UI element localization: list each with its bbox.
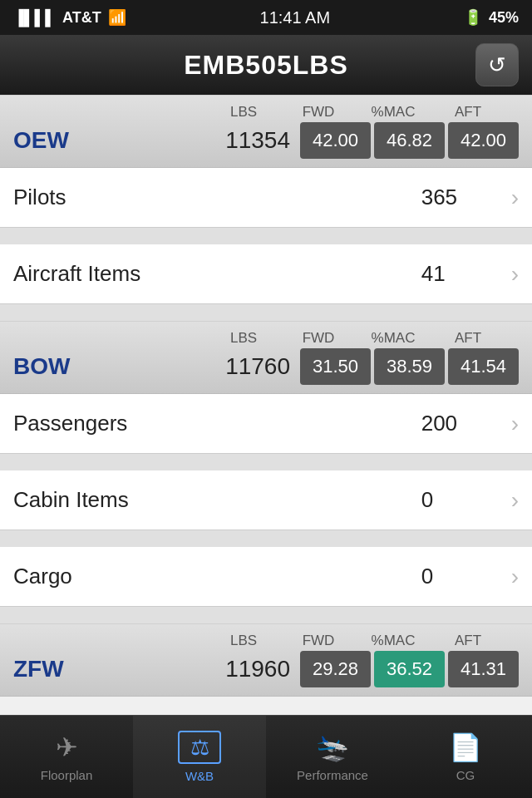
aircraft-items-row[interactable]: Aircraft Items 41 › [0, 244, 532, 304]
zfw-col-pmac: %MAC [356, 633, 431, 649]
zfw-col-fwd: FWD [281, 633, 356, 649]
zfw-aft: 41.31 [448, 651, 519, 687]
separator-1 [0, 228, 532, 244]
oew-data: OEW 11354 42.00 46.82 42.00 [13, 122, 519, 159]
floorplan-icon: ✈ [56, 732, 78, 763]
col-aft: AFT [431, 104, 505, 121]
tab-wb-label: W&B [185, 769, 214, 783]
scales-icon: ⚖ [190, 735, 209, 761]
oew-fwd: 42.00 [300, 122, 371, 159]
separator-4 [0, 530, 532, 547]
tab-floorplan[interactable]: ✈ Floorplan [0, 716, 133, 798]
carrier-label: AT&T [62, 9, 101, 27]
cabin-items-value: 0 [421, 487, 505, 513]
zfw-col-aft: AFT [431, 633, 505, 649]
status-left: ▐▌▌▌ AT&T 📶 [13, 8, 126, 27]
zfw-lbs: 11960 [199, 656, 290, 682]
bow-pmac: 38.59 [374, 348, 445, 385]
bow-col-aft: AFT [431, 330, 505, 347]
refresh-icon: ↺ [488, 52, 506, 78]
status-bar: ▐▌▌▌ AT&T 📶 11:41 AM 🔋 45% [0, 0, 532, 35]
tab-cg[interactable]: 📄 CG [399, 716, 532, 798]
bow-aft: 41.54 [448, 348, 519, 385]
tab-floorplan-label: Floorplan [41, 768, 93, 782]
status-right: 🔋 45% [464, 8, 519, 27]
tab-bar: ✈ Floorplan ⚖ W&B 🛬 Performance 📄 CG [0, 715, 532, 798]
oew-lbs: 11354 [199, 127, 290, 154]
pilots-value: 365 [421, 185, 505, 210]
app-header: EMB505LBS ↺ [0, 35, 532, 95]
wb-icon: ⚖ [178, 731, 221, 764]
main-content: LBS FWD %MAC AFT OEW 11354 42.00 46.82 4… [0, 95, 532, 715]
col-fwd: FWD [281, 104, 356, 121]
zfw-fwd: 29.28 [300, 651, 371, 687]
tab-cg-label: CG [456, 768, 475, 782]
battery-label: 45% [489, 9, 519, 27]
pilots-label: Pilots [13, 185, 421, 210]
performance-icon: 🛬 [316, 732, 349, 763]
signal-icon: ▐▌▌▌ [13, 9, 56, 27]
cg-icon: 📄 [449, 732, 482, 763]
refresh-button[interactable]: ↺ [475, 43, 519, 86]
bow-col-pmac: %MAC [356, 330, 431, 347]
cargo-row[interactable]: Cargo 0 › [0, 547, 532, 607]
zfw-col-lbs: LBS [206, 633, 281, 649]
bow-fwd: 31.50 [300, 348, 371, 385]
col-lbs: LBS [206, 104, 281, 121]
zfw-label: ZFW [13, 656, 199, 682]
zfw-data: ZFW 11960 29.28 36.52 41.31 [13, 651, 519, 687]
cargo-label: Cargo [13, 564, 421, 589]
bow-col-lbs: LBS [206, 330, 281, 347]
oew-aft: 42.00 [448, 122, 519, 159]
bow-col-fwd: FWD [281, 330, 356, 347]
zfw-section: LBS FWD %MAC AFT ZFW 11960 29.28 36.52 4… [0, 623, 532, 697]
passengers-chevron: › [511, 411, 519, 437]
oew-pmac: 46.82 [374, 122, 445, 159]
bow-lbs: 11760 [199, 353, 290, 380]
cabin-items-chevron: › [511, 487, 519, 514]
tab-performance-label: Performance [297, 768, 368, 782]
tab-wb[interactable]: ⚖ W&B [133, 716, 266, 798]
pilots-row[interactable]: Pilots 365 › [0, 168, 532, 228]
zfw-pmac: 36.52 [374, 651, 445, 687]
cabin-items-label: Cabin Items [13, 487, 421, 513]
aircraft-items-chevron: › [511, 261, 519, 288]
pilots-chevron: › [511, 185, 519, 211]
page-title: EMB505LBS [184, 50, 348, 81]
passengers-value: 200 [421, 411, 505, 436]
oew-label: OEW [13, 127, 199, 154]
bow-section: LBS FWD %MAC AFT BOW 11760 31.50 38.59 4… [0, 321, 532, 394]
separator-5 [0, 607, 532, 623]
status-time: 11:41 AM [260, 8, 331, 27]
bow-label: BOW [13, 353, 199, 380]
passengers-row[interactable]: Passengers 200 › [0, 394, 532, 454]
oew-section: LBS FWD %MAC AFT OEW 11354 42.00 46.82 4… [0, 95, 532, 168]
zfw-col-headers: LBS FWD %MAC AFT [13, 633, 519, 651]
cargo-chevron: › [511, 564, 519, 590]
separator-2 [0, 304, 532, 321]
passengers-label: Passengers [13, 411, 421, 436]
cargo-value: 0 [421, 564, 505, 589]
aircraft-items-value: 41 [421, 261, 505, 287]
cabin-items-row[interactable]: Cabin Items 0 › [0, 470, 532, 530]
separator-3 [0, 454, 532, 470]
aircraft-items-label: Aircraft Items [13, 261, 421, 287]
tab-performance[interactable]: 🛬 Performance [266, 716, 399, 798]
oew-col-headers: LBS FWD %MAC AFT [13, 104, 519, 122]
bow-col-headers: LBS FWD %MAC AFT [13, 330, 519, 348]
wifi-icon: 📶 [108, 8, 126, 27]
battery-icon: 🔋 [464, 8, 482, 27]
col-pmac: %MAC [356, 104, 431, 121]
bow-data: BOW 11760 31.50 38.59 41.54 [13, 348, 519, 385]
